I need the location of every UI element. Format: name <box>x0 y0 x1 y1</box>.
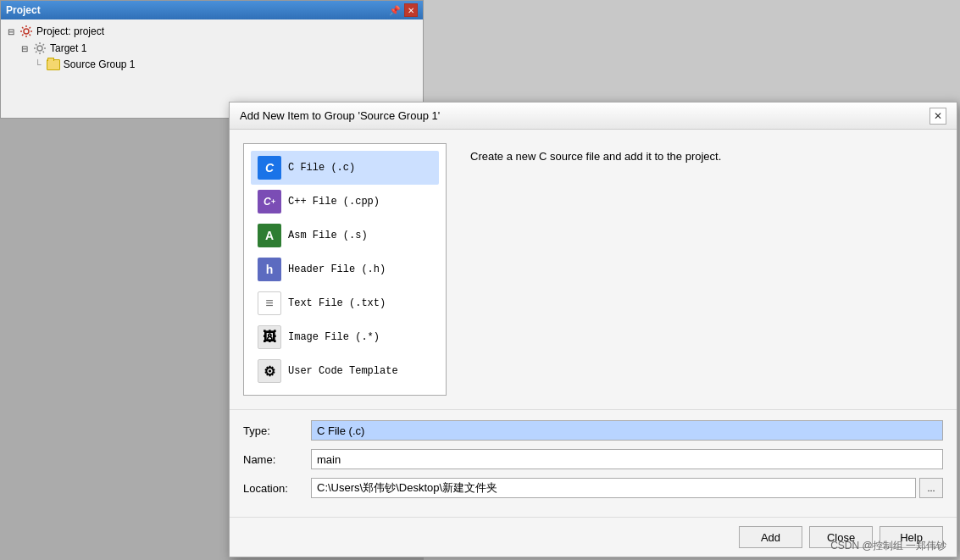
header-file-icon: h <box>258 258 281 281</box>
c-file-label: C File (.c) <box>288 162 355 174</box>
location-input[interactable] <box>311 478 916 498</box>
close-button-sm[interactable]: ✕ <box>404 3 418 17</box>
text-file-icon: ≡ <box>258 291 281 315</box>
project-panel-title: Project <box>6 4 41 16</box>
svg-point-1 <box>37 46 42 51</box>
folder-icon <box>47 59 60 70</box>
tree-item-project[interactable]: ⊟ Project: project <box>8 23 416 40</box>
tree-item-target[interactable]: ⊟ Target 1 <box>8 40 416 57</box>
dialog-titlebar: Add New Item to Group 'Source Group 1' ✕ <box>230 103 957 130</box>
dialog-body: C C File (.c) C+ C++ File (.cpp) A Asm F… <box>230 130 957 409</box>
user-template-icon: ⚙ <box>258 359 281 383</box>
dialog-title: Add New Item to Group 'Source Group 1' <box>240 109 440 122</box>
location-label: Location: <box>243 482 311 495</box>
type-input[interactable] <box>311 420 943 441</box>
cpp-file-label: C++ File (.cpp) <box>288 196 380 208</box>
name-row: Name: <box>243 449 943 469</box>
c-file-icon: C <box>258 156 281 180</box>
add-new-item-dialog: Add New Item to Group 'Source Group 1' ✕… <box>229 102 957 557</box>
browse-button[interactable]: ... <box>919 478 943 498</box>
cpp-file-icon: C+ <box>258 190 281 213</box>
image-file-label: Image File (.*) <box>288 331 380 343</box>
expand-icon-1[interactable]: ⊟ <box>21 44 30 53</box>
connector-line: └ <box>35 59 42 69</box>
description-panel: Create a new C source file and add it to… <box>463 143 943 396</box>
name-input[interactable] <box>311 449 943 469</box>
dialog-close-button[interactable]: ✕ <box>929 108 946 125</box>
file-item-header[interactable]: h Header File (.h) <box>251 252 439 286</box>
header-file-label: Header File (.h) <box>288 263 386 275</box>
user-template-label: User Code Template <box>288 365 398 377</box>
add-button[interactable]: Add <box>739 526 802 548</box>
titlebar-actions: 📌 ✕ <box>389 3 418 17</box>
pin-icon[interactable]: 📌 <box>389 4 401 16</box>
description-text: Create a new C source file and add it to… <box>470 150 721 163</box>
file-item-image[interactable]: 🖼 Image File (.*) <box>251 320 439 354</box>
type-label: Type: <box>243 424 311 437</box>
name-label: Name: <box>243 453 311 466</box>
location-row: Location: ... <box>243 478 943 498</box>
file-item-text[interactable]: ≡ Text File (.txt) <box>251 286 439 320</box>
file-item-cpp[interactable]: C+ C++ File (.cpp) <box>251 185 439 219</box>
svg-point-0 <box>24 29 29 34</box>
project-tree: ⊟ Project: project ⊟ Target 1 └ Source G… <box>1 19 423 75</box>
file-item-asm[interactable]: A Asm File (.s) <box>251 219 439 252</box>
form-section: Type: Name: Location: ... <box>230 409 957 517</box>
gear-icon-0 <box>19 25 33 38</box>
image-file-icon: 🖼 <box>258 325 281 349</box>
gear-icon-1 <box>33 42 47 55</box>
file-type-list: C C File (.c) C+ C++ File (.cpp) A Asm F… <box>243 143 447 396</box>
watermark: CSDN @控制组 一郑伟钞 <box>830 539 946 553</box>
tree-item-source-group[interactable]: └ Source Group 1 <box>8 57 416 72</box>
file-item-user-template[interactable]: ⚙ User Code Template <box>251 354 439 388</box>
location-input-group: ... <box>311 478 943 498</box>
tree-label-2: Source Group 1 <box>64 58 136 70</box>
tree-label-1: Target 1 <box>50 42 86 54</box>
project-panel-titlebar: Project 📌 ✕ <box>1 1 423 19</box>
type-row: Type: <box>243 420 943 441</box>
file-item-c[interactable]: C C File (.c) <box>251 151 439 185</box>
project-panel: Project 📌 ✕ ⊟ Project: project ⊟ Target … <box>0 0 424 119</box>
asm-file-label: Asm File (.s) <box>288 230 368 241</box>
expand-icon-0[interactable]: ⊟ <box>8 27 16 36</box>
asm-file-icon: A <box>258 224 281 247</box>
tree-label-0: Project: project <box>36 25 104 37</box>
text-file-label: Text File (.txt) <box>288 297 386 309</box>
